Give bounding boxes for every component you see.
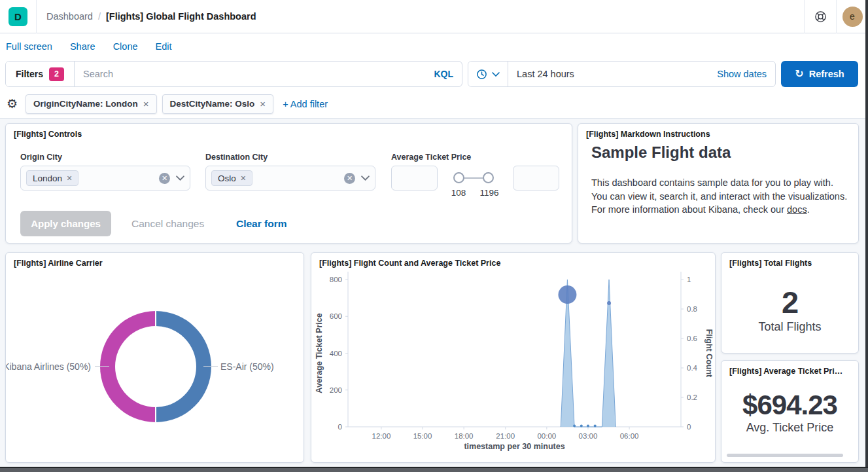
price-min-input[interactable] bbox=[391, 166, 438, 191]
svg-text:600: 600 bbox=[330, 312, 342, 320]
selected-option-pill: Oslo × bbox=[211, 170, 252, 186]
metric-label: Total Flights bbox=[721, 320, 858, 334]
avg-ticket-price-label: Average Ticket Price bbox=[391, 153, 471, 162]
svg-text:12:00: 12:00 bbox=[372, 432, 391, 440]
svg-text:800: 800 bbox=[330, 276, 342, 283]
panel-markdown-instructions: [Flights] Markdown Instructions Sample F… bbox=[578, 123, 859, 244]
pie-label-es-air: ES-Air (50%) bbox=[220, 361, 274, 372]
svg-text:18:00: 18:00 bbox=[455, 432, 474, 440]
donut-slice-gap bbox=[155, 311, 156, 327]
svg-text:1: 1 bbox=[687, 276, 691, 283]
svg-text:Flight Count: Flight Count bbox=[704, 329, 714, 378]
svg-text:timestamp per 30 minutes: timestamp per 30 minutes bbox=[464, 442, 564, 451]
refresh-label: Refresh bbox=[809, 69, 844, 79]
origin-city-combobox[interactable]: London × ✕ bbox=[20, 166, 190, 191]
refresh-icon: ↻ bbox=[795, 69, 803, 79]
donut-chart[interactable] bbox=[100, 311, 211, 422]
kql-button[interactable]: KQL bbox=[434, 69, 453, 79]
header-divider bbox=[36, 0, 37, 33]
filters-button[interactable]: Filters 2 bbox=[6, 62, 75, 86]
breadcrumb-dashboard[interactable]: Dashboard bbox=[46, 11, 93, 22]
chevron-down-icon bbox=[492, 72, 500, 77]
filter-pill-label: OriginCityName: London bbox=[33, 99, 138, 109]
svg-text:00:00: 00:00 bbox=[537, 432, 556, 440]
refresh-button[interactable]: ↻ Refresh bbox=[781, 61, 858, 87]
clear-selection-button[interactable]: ✕ bbox=[159, 173, 170, 184]
panel-title: [Flights] Markdown Instructions bbox=[586, 130, 710, 139]
svg-text:0.8: 0.8 bbox=[687, 305, 697, 313]
price-min-value: 108 bbox=[451, 188, 466, 198]
panel-airline-carrier: [Flights] Airline Carrier Kibana Airline… bbox=[5, 252, 304, 463]
panel-total-flights: [Flights] Total Flights 2 Total Flights bbox=[721, 252, 859, 354]
time-quick-menu-button[interactable] bbox=[468, 62, 508, 86]
clear-form-button[interactable]: Clear form bbox=[236, 211, 287, 236]
menu-share[interactable]: Share bbox=[70, 41, 95, 52]
label-connector bbox=[203, 366, 218, 367]
remove-option-icon[interactable]: × bbox=[241, 173, 246, 183]
horizontal-scrollbar[interactable] bbox=[727, 454, 843, 457]
breadcrumb-current-page: [Flights] Global Flight Dashboard bbox=[106, 11, 256, 22]
avg-price-metric: $694.23 Avg. Ticket Price bbox=[721, 390, 858, 435]
cancel-changes-button[interactable]: Cancel changes bbox=[131, 211, 204, 236]
help-icon bbox=[814, 10, 827, 23]
svg-text:0: 0 bbox=[687, 423, 691, 431]
top-header: D Dashboard / [Flights] Global Flight Da… bbox=[0, 0, 868, 33]
avatar: e bbox=[842, 7, 863, 27]
dashboard-menu: Full screen Share Clone Edit bbox=[0, 34, 868, 58]
remove-option-icon[interactable]: × bbox=[67, 173, 72, 183]
filters-count-badge: 2 bbox=[49, 67, 64, 81]
chevron-down-icon[interactable] bbox=[176, 175, 184, 181]
chevron-down-icon[interactable] bbox=[361, 175, 370, 181]
selected-option-label: London bbox=[33, 173, 62, 183]
add-filter-button[interactable]: + Add filter bbox=[283, 99, 328, 109]
destination-city-combobox[interactable]: Oslo × ✕ bbox=[205, 166, 375, 191]
origin-city-label: Origin City bbox=[20, 153, 62, 162]
user-menu-button[interactable]: e bbox=[836, 0, 868, 33]
metric-value: 2 bbox=[721, 284, 858, 320]
price-max-value: 1196 bbox=[479, 188, 498, 198]
filter-pill-label: DestCityName: Oslo bbox=[170, 99, 255, 109]
kibana-dashboard-screen: D Dashboard / [Flights] Global Flight Da… bbox=[0, 0, 868, 472]
svg-text:200: 200 bbox=[330, 386, 342, 394]
destination-city-label: Destination City bbox=[205, 153, 268, 162]
clock-icon bbox=[476, 69, 487, 80]
markdown-body: This dashboard contains sample data for … bbox=[591, 176, 852, 217]
svg-text:0: 0 bbox=[338, 423, 342, 431]
docs-link[interactable]: docs bbox=[787, 204, 807, 215]
filter-pill-dest-city[interactable]: DestCityName: Oslo × bbox=[162, 94, 274, 114]
filter-pill-origin-city[interactable]: OriginCityName: London × bbox=[26, 94, 157, 114]
total-flights-metric: 2 Total Flights bbox=[721, 284, 858, 334]
clear-selection-button[interactable]: ✕ bbox=[344, 173, 355, 184]
panel-title: [Flights] Total Flights bbox=[729, 259, 812, 268]
price-slider-min-handle[interactable] bbox=[453, 172, 464, 183]
svg-text:15:00: 15:00 bbox=[413, 432, 432, 440]
svg-text:Average Ticket Price: Average Ticket Price bbox=[315, 313, 324, 393]
remove-filter-icon[interactable]: × bbox=[260, 98, 266, 109]
svg-text:0.4: 0.4 bbox=[687, 364, 698, 372]
label-connector bbox=[95, 366, 109, 367]
remove-filter-icon[interactable]: × bbox=[143, 98, 149, 109]
show-dates-button[interactable]: Show dates bbox=[717, 69, 767, 79]
search-input[interactable]: Search KQL bbox=[75, 62, 462, 86]
svg-text:03:00: 03:00 bbox=[579, 432, 598, 440]
menu-clone[interactable]: Clone bbox=[113, 41, 138, 52]
search-placeholder: Search bbox=[83, 69, 113, 79]
flight-chart[interactable]: 020040060080000.20.40.60.8112:0015:0018:… bbox=[311, 253, 716, 463]
price-max-input[interactable] bbox=[513, 166, 559, 191]
donut-slice-gap bbox=[155, 407, 156, 422]
price-slider-max-handle[interactable] bbox=[483, 172, 494, 183]
dashboard-canvas: [Flights] Controls Origin City Destinati… bbox=[0, 118, 868, 467]
svg-text:06:00: 06:00 bbox=[620, 432, 639, 440]
selected-option-label: Oslo bbox=[218, 173, 236, 183]
filter-options-gear-icon[interactable]: ⚙ bbox=[7, 98, 18, 110]
panel-title: [Flights] Flight Count and Average Ticke… bbox=[319, 259, 500, 268]
menu-edit[interactable]: Edit bbox=[156, 41, 172, 52]
menu-full-screen[interactable]: Full screen bbox=[6, 41, 52, 52]
query-bar: Filters 2 Search KQL Last 24 hours Show … bbox=[0, 58, 868, 90]
markdown-heading: Sample Flight data bbox=[591, 143, 731, 162]
apply-changes-button[interactable]: Apply changes bbox=[20, 211, 111, 236]
time-range-value[interactable]: Last 24 hours bbox=[517, 69, 574, 79]
filters-label: Filters bbox=[16, 69, 43, 79]
app-logo[interactable]: D bbox=[9, 7, 27, 26]
help-button[interactable] bbox=[804, 0, 836, 33]
